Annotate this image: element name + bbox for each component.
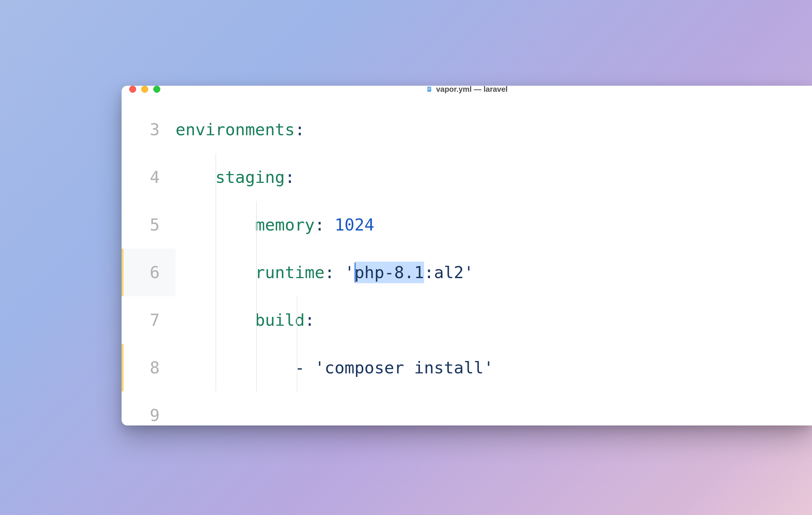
token-string: 'composer install' bbox=[315, 358, 494, 377]
svg-rect-1 bbox=[428, 88, 430, 88]
line-number-gutter[interactable]: 6 bbox=[122, 249, 176, 296]
code-line[interactable]: 8 - 'composer install' bbox=[122, 344, 812, 392]
modified-marker bbox=[122, 249, 123, 296]
line-number-gutter[interactable]: 5 bbox=[122, 201, 176, 249]
token-punct: : bbox=[285, 168, 295, 187]
line-number-gutter[interactable]: 9 bbox=[122, 392, 176, 426]
code-line[interactable]: 7 build: bbox=[122, 296, 812, 344]
line-number: 6 bbox=[122, 249, 176, 296]
line-number-gutter[interactable]: 7 bbox=[122, 296, 176, 344]
zoom-button[interactable] bbox=[153, 86, 160, 93]
window-titlebar[interactable]: vapor.yml — laravel bbox=[122, 86, 812, 93]
code-line[interactable]: 9 bbox=[122, 392, 812, 426]
line-content[interactable]: staging: bbox=[176, 153, 812, 201]
line-number: 9 bbox=[122, 392, 176, 426]
indent-guide bbox=[297, 296, 297, 392]
line-content[interactable]: - 'composer install' bbox=[176, 344, 812, 392]
traffic-lights bbox=[129, 86, 160, 93]
line-number: 4 bbox=[122, 153, 176, 201]
line-content[interactable]: runtime: 'php-8.1:al2' bbox=[176, 249, 812, 296]
line-number: 7 bbox=[122, 296, 176, 344]
token-key: runtime bbox=[255, 263, 324, 282]
code-line[interactable]: 4 staging: bbox=[122, 153, 812, 201]
code-line[interactable]: 6 runtime: 'php-8.1:al2' bbox=[122, 249, 812, 296]
line-number: 5 bbox=[122, 201, 176, 249]
line-number: 8 bbox=[122, 344, 176, 392]
token-number: 1024 bbox=[335, 215, 374, 234]
code-line[interactable]: 3environments: bbox=[122, 106, 812, 153]
token-punct: : bbox=[315, 215, 335, 234]
line-number-gutter[interactable]: 4 bbox=[122, 153, 176, 201]
title-container: vapor.yml — laravel bbox=[426, 86, 508, 94]
token-key: staging bbox=[215, 168, 285, 187]
line-content[interactable]: build: bbox=[176, 296, 812, 344]
editor-body[interactable]: 3environments:4 staging:5 memory: 10246 … bbox=[122, 93, 812, 426]
token-punct: - bbox=[295, 358, 315, 377]
indent-guide bbox=[215, 153, 216, 392]
text-cursor bbox=[354, 263, 355, 282]
line-number: 3 bbox=[122, 106, 176, 153]
line-number-gutter[interactable]: 3 bbox=[122, 106, 176, 153]
token-key: memory bbox=[255, 215, 315, 234]
svg-rect-0 bbox=[427, 87, 431, 92]
token-key: environments bbox=[176, 120, 295, 139]
svg-rect-2 bbox=[428, 89, 430, 89]
token-punct: : bbox=[305, 311, 315, 330]
line-number-gutter[interactable]: 8 bbox=[122, 344, 176, 392]
code-line[interactable]: 5 memory: 1024 bbox=[122, 201, 812, 249]
minimize-button[interactable] bbox=[141, 86, 148, 93]
file-icon bbox=[426, 86, 433, 93]
token-string: :al2' bbox=[424, 263, 474, 282]
token-string-selected: php-8.1 bbox=[354, 262, 424, 283]
close-button[interactable] bbox=[129, 86, 136, 93]
line-content[interactable]: environments: bbox=[176, 106, 812, 153]
svg-rect-3 bbox=[428, 89, 430, 90]
modified-marker bbox=[122, 344, 123, 392]
line-content[interactable] bbox=[176, 392, 812, 426]
line-content[interactable]: memory: 1024 bbox=[176, 201, 812, 249]
editor-window: vapor.yml — laravel 3environments:4 stag… bbox=[122, 86, 812, 426]
window-title: vapor.yml — laravel bbox=[436, 86, 508, 94]
indent-guide bbox=[256, 201, 257, 392]
token-punct: : bbox=[325, 263, 345, 282]
token-punct: : bbox=[295, 120, 305, 139]
token-string: ' bbox=[344, 263, 354, 282]
